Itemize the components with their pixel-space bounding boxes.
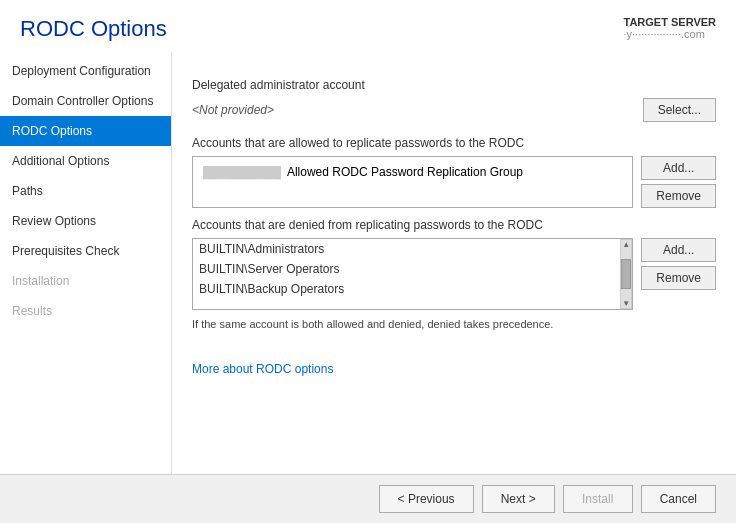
- scroll-thumb[interactable]: [621, 259, 631, 289]
- allowed-add-button[interactable]: Add...: [641, 156, 716, 180]
- list-item: BUILTIN\Server Operators: [193, 259, 620, 279]
- scroll-up-arrow[interactable]: ▲: [622, 240, 630, 249]
- allowed-group-name: Allowed RODC Password Replication Group: [287, 165, 523, 179]
- sidebar-item-additional-options[interactable]: Additional Options: [0, 146, 171, 176]
- sidebar: Deployment Configuration Domain Controll…: [0, 52, 172, 474]
- delegated-admin-label: Delegated administrator account: [192, 78, 716, 92]
- content-area: Delegated administrator account <Not pro…: [172, 52, 736, 474]
- scrollbar[interactable]: ▲ ▼: [620, 239, 632, 309]
- denied-remove-button[interactable]: Remove: [641, 266, 716, 290]
- scroll-down-arrow[interactable]: ▼: [622, 299, 630, 308]
- sidebar-item-prerequisites-check[interactable]: Prerequisites Check: [0, 236, 171, 266]
- sidebar-item-review-options[interactable]: Review Options: [0, 206, 171, 236]
- more-about-rodc-link[interactable]: More about RODC options: [192, 362, 333, 376]
- denied-accounts-list[interactable]: BUILTIN\Administrators BUILTIN\Server Op…: [192, 238, 633, 310]
- sidebar-item-deployment-configuration[interactable]: Deployment Configuration: [0, 56, 171, 86]
- sidebar-item-paths[interactable]: Paths: [0, 176, 171, 206]
- list-item: BUILTIN\Backup Operators: [193, 279, 620, 299]
- list-item: BUILTIN\Administrators: [193, 239, 620, 259]
- page-title: RODC Options: [20, 16, 167, 42]
- allowed-section-label: Accounts that are allowed to replicate p…: [192, 136, 716, 150]
- allowed-accounts-list[interactable]: ██████████ Allowed RODC Password Replica…: [192, 156, 633, 208]
- list-item: ██████████ Allowed RODC Password Replica…: [197, 161, 628, 183]
- allowed-remove-button[interactable]: Remove: [641, 184, 716, 208]
- footer: < Previous Next > Install Cancel: [0, 474, 736, 523]
- select-button[interactable]: Select...: [643, 98, 716, 122]
- target-server-label: TARGET SERVER: [624, 16, 717, 28]
- next-button[interactable]: Next >: [482, 485, 555, 513]
- target-server-value: ·y················.com: [624, 28, 717, 40]
- blurred-name: ██████████: [203, 166, 281, 178]
- install-button: Install: [563, 485, 633, 513]
- delegated-admin-value: <Not provided>: [192, 103, 635, 117]
- cancel-button[interactable]: Cancel: [641, 485, 716, 513]
- allowed-buttons: Add... Remove: [641, 156, 716, 208]
- previous-button[interactable]: < Previous: [379, 485, 474, 513]
- sidebar-item-domain-controller-options[interactable]: Domain Controller Options: [0, 86, 171, 116]
- denied-buttons: Add... Remove: [641, 238, 716, 310]
- denied-section-label: Accounts that are denied from replicatin…: [192, 218, 716, 232]
- sidebar-item-rodc-options[interactable]: RODC Options: [0, 116, 171, 146]
- sidebar-item-installation: Installation: [0, 266, 171, 296]
- info-text: If the same account is both allowed and …: [192, 318, 716, 330]
- target-server-block: TARGET SERVER ·y················.com: [624, 16, 717, 40]
- sidebar-item-results: Results: [0, 296, 171, 326]
- denied-add-button[interactable]: Add...: [641, 238, 716, 262]
